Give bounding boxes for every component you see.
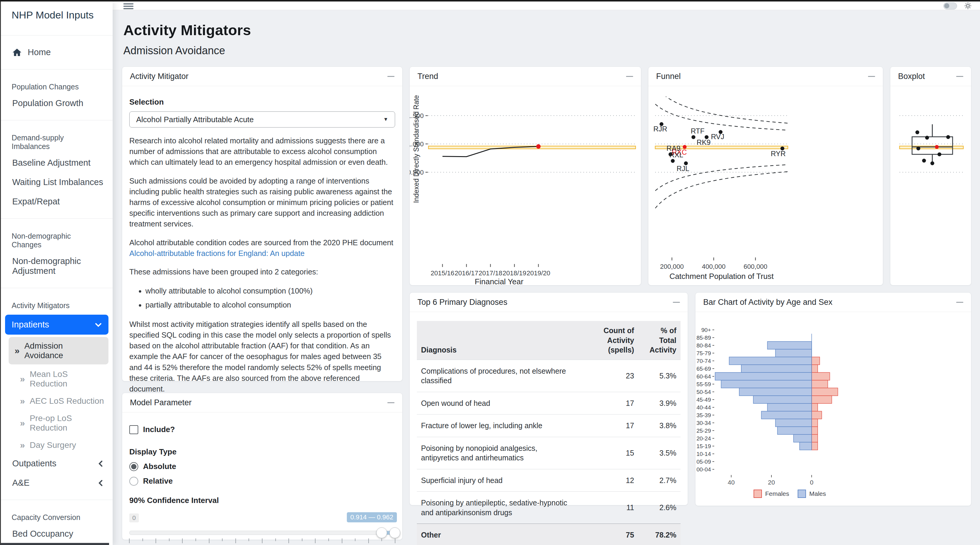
page-subtitle: Admission Avoidance	[123, 44, 980, 57]
mitigator-paragraph: Alcohol attributable condition codes are…	[129, 237, 395, 259]
collapse-card-button[interactable]	[956, 302, 963, 303]
svg-text:85-89: 85-89	[696, 335, 711, 341]
model-parameter-card: Model Parameter Include? Display Type Ab…	[122, 393, 402, 540]
sidebar-item-label: Expat/Repat	[12, 197, 60, 207]
svg-text:2018/19: 2018/19	[503, 269, 527, 277]
svg-text:2016/17: 2016/17	[455, 269, 479, 277]
chevron-down-icon: ▼	[383, 116, 388, 122]
card-title: Funnel	[656, 72, 681, 81]
chevron-holder	[95, 321, 102, 328]
sidebar-section-activity-mitigators: Activity Mitigators	[1, 295, 113, 312]
sidebar-item-label: A&E	[12, 478, 30, 488]
boxplot-card: Boxplot	[890, 67, 971, 286]
table-row: Fracture of lower leg, including ankle17…	[417, 415, 681, 437]
sidebar-item-expat-repat[interactable]: Expat/Repat	[1, 192, 113, 211]
svg-text:20: 20	[768, 479, 775, 486]
funnel-chart[interactable]: RJRRTFRK9RVJRXCRA9RXLRJLRYR200,000400,00…	[648, 86, 883, 285]
slider-handle-to[interactable]	[390, 528, 400, 538]
sidebar-item-label: Population Growth	[12, 99, 83, 108]
slider-track[interactable]	[129, 531, 395, 535]
app-window: NHP Model Inputs HomePopulation ChangesP…	[0, 0, 980, 545]
phe-document-link[interactable]: Alcohol-attributable fractions for Engla…	[129, 249, 304, 257]
funnel-card: Funnel RJRRTFRK9RVJRXCRA9RXLRJLRYR200,00…	[648, 67, 883, 286]
sidebar: NHP Model Inputs HomePopulation ChangesP…	[0, 2, 113, 545]
svg-text:RJR: RJR	[654, 125, 667, 133]
divider	[1, 120, 113, 121]
sidebar-section-non-demographic-changes: Non-demographic Changes	[1, 226, 113, 251]
ci-slider[interactable]: 0 0.914 — 0.962 00.0960.1920.2890.3850.4…	[129, 513, 395, 545]
card-title: Bar Chart of Activity by Age and Sex	[703, 298, 832, 307]
svg-text:75-79: 75-79	[696, 350, 711, 356]
svg-text:Males: Males	[809, 490, 826, 497]
svg-text:400,000: 400,000	[702, 263, 725, 270]
sidebar-item-bed-occupancy[interactable]: Bed Occupancy	[1, 524, 113, 543]
hamburger-menu-icon[interactable]	[123, 2, 134, 10]
mitigator-select[interactable]: Alcohol Partially Attributable Acute ▼	[129, 111, 395, 127]
sidebar-subitem-admission-avoidance[interactable]: »Admission Avoidance	[9, 337, 108, 364]
bullet-item: wholly attributable to alcohol consumpti…	[145, 285, 395, 297]
svg-text:0: 0	[810, 479, 813, 486]
divider	[1, 288, 113, 288]
collapse-card-button[interactable]	[673, 302, 680, 303]
sidebar-item-inpatients[interactable]: Inpatients	[5, 315, 108, 335]
activity-mitigator-card: Activity Mitigator Selection Alcohol Par…	[122, 67, 402, 381]
topbar	[113, 2, 980, 10]
col-header-diagnosis: Diagnosis	[417, 321, 575, 360]
trend-card: Trend 0.5001.0001.5002015/162016/172017/…	[409, 67, 641, 286]
theme-toggle[interactable]	[943, 2, 957, 10]
sidebar-section-population-changes: Population Changes	[1, 76, 113, 94]
divider	[1, 35, 113, 35]
sidebar-item-non-demographic-adjustment[interactable]: Non-demographic Adjustment	[1, 251, 113, 281]
mitigator-paragraph: These admissions have been grouped into …	[129, 266, 395, 277]
display-absolute-option[interactable]: Absolute	[129, 462, 395, 471]
collapse-card-button[interactable]	[956, 76, 963, 77]
svg-text:RK9: RK9	[697, 138, 711, 146]
sidebar-item-outpatients[interactable]: Outpatients	[1, 454, 113, 473]
sidebar-subitem-pre-op-los-reduction[interactable]: »Pre-op LoS Reduction	[1, 410, 113, 437]
collapse-card-button[interactable]	[868, 76, 875, 77]
collapse-card-button[interactable]	[387, 76, 395, 77]
sidebar-item-baseline-adjustment[interactable]: Baseline Adjustment	[1, 153, 113, 173]
slider-handle-from[interactable]	[376, 528, 387, 538]
sidebar-subitem-mean-los-reduction[interactable]: »Mean LoS Reduction	[1, 365, 113, 392]
svg-text:80-84: 80-84	[696, 342, 711, 349]
sidebar-subitem-aec-los-reduction[interactable]: »AEC LoS Reduction	[1, 392, 113, 410]
include-checkbox-row[interactable]: Include?	[129, 425, 395, 434]
radio-relative[interactable]	[129, 477, 138, 486]
collapse-card-button[interactable]	[387, 402, 395, 403]
sidebar-footer-strip	[1, 543, 109, 545]
chevron-holder	[97, 460, 104, 467]
chevron-left-icon	[97, 460, 104, 467]
include-checkbox[interactable]	[129, 425, 138, 434]
radio-absolute[interactable]	[129, 462, 138, 471]
age-sex-pyramid-chart[interactable]: 90+85-8980-8475-7970-7465-6960-6455-5950…	[695, 312, 971, 506]
svg-text:Indexed Directly Standardised: Indexed Directly Standardised Rate	[412, 95, 420, 203]
svg-text:Financial Year: Financial Year	[475, 277, 523, 285]
toggle-knob	[944, 3, 949, 8]
svg-text:15-19: 15-19	[696, 443, 711, 450]
double-chevron-icon: »	[14, 346, 20, 355]
svg-text:35-39: 35-39	[696, 412, 711, 418]
sidebar-item-label: Bed Occupancy	[12, 529, 73, 539]
sun-icon[interactable]	[964, 2, 972, 10]
col-header-percent: % of TotalActivity	[638, 321, 681, 360]
chevron-left-icon	[97, 480, 104, 486]
trend-chart[interactable]: 0.5001.0001.5002015/162016/172017/182018…	[410, 86, 641, 285]
sidebar-item-home[interactable]: Home	[1, 43, 113, 62]
double-chevron-icon: »	[20, 375, 25, 383]
sidebar-item-population-growth[interactable]: Population Growth	[1, 94, 113, 113]
svg-text:30-34: 30-34	[696, 420, 711, 426]
sidebar-subitem-label: Mean LoS Reduction	[30, 370, 107, 389]
svg-text:25-29: 25-29	[696, 427, 711, 434]
svg-text:RYR: RYR	[771, 149, 786, 157]
display-type-label: Display Type	[129, 447, 395, 456]
boxplot-chart[interactable]	[890, 86, 971, 285]
card-title: Top 6 Primary Diagnoses	[417, 298, 508, 307]
collapse-card-button[interactable]	[626, 76, 633, 77]
table-row: Poisoning by antiepileptic, sedative-hyp…	[417, 492, 681, 524]
sidebar-subitem-day-surgery[interactable]: »Day Surgery	[1, 437, 113, 454]
sidebar-item-a-e[interactable]: A&E	[1, 473, 113, 493]
display-relative-option[interactable]: Relative	[129, 477, 395, 486]
sidebar-item-waiting-list-imbalances[interactable]: Waiting List Imbalances	[1, 173, 113, 192]
svg-text:90+: 90+	[702, 327, 711, 333]
